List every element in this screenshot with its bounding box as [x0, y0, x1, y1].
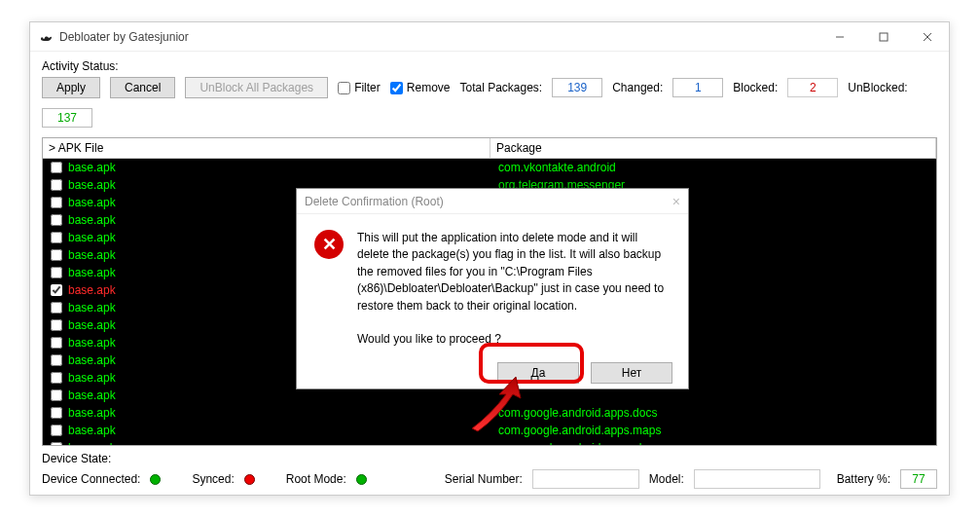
- dialog-titlebar: Delete Confirmation (Root) ×: [297, 189, 688, 214]
- synced-dot: [244, 474, 255, 485]
- row-checkbox[interactable]: [51, 302, 62, 314]
- package-cell: com.google.android.apps.docs: [498, 406, 657, 420]
- status-bar: Device State: Device Connected: Synced: …: [42, 452, 937, 489]
- apk-file-cell: base.apk: [68, 299, 116, 316]
- blocked-value: 2: [787, 78, 838, 97]
- battery-value: 77: [900, 469, 937, 489]
- package-cell: com.google.android.apps.maps: [498, 424, 661, 437]
- maximize-button[interactable]: [861, 22, 905, 52]
- table-row[interactable]: base.apkcom.google.android.apps.docs: [43, 404, 936, 422]
- row-checkbox[interactable]: [51, 389, 62, 401]
- blocked-label: Blocked:: [733, 81, 778, 94]
- unblocked-value: 137: [42, 108, 92, 128]
- table-row[interactable]: base.apkcom.google.android.apps.plus: [43, 439, 936, 445]
- model-label: Model:: [649, 472, 684, 486]
- remove-label: Remove: [407, 81, 451, 94]
- synced-label: Synced:: [192, 472, 234, 486]
- filter-label: Filter: [354, 81, 381, 94]
- row-checkbox[interactable]: [51, 284, 62, 296]
- dialog-title: Delete Confirmation (Root): [305, 195, 444, 208]
- row-checkbox[interactable]: [51, 179, 62, 191]
- dialog-close-icon[interactable]: ×: [672, 194, 680, 209]
- apk-file-cell: base.apk: [68, 281, 116, 299]
- activity-status-label: Activity Status:: [42, 59, 937, 73]
- dialog-no-button[interactable]: Нет: [591, 362, 672, 384]
- apk-file-cell: base.apk: [68, 264, 116, 281]
- device-connected-label: Device Connected:: [42, 472, 140, 486]
- apk-file-cell: base.apk: [68, 211, 116, 229]
- row-checkbox[interactable]: [51, 372, 62, 384]
- apk-file-cell: base.apk: [68, 404, 116, 422]
- total-packages-value: 139: [552, 78, 602, 97]
- row-checkbox[interactable]: [51, 319, 62, 331]
- app-icon: [38, 29, 54, 45]
- unblocked-label: UnBlocked:: [848, 81, 907, 94]
- filter-checkbox[interactable]: Filter: [338, 81, 381, 94]
- model-field: [694, 469, 820, 489]
- delete-confirmation-dialog: Delete Confirmation (Root) × ✕ This will…: [296, 188, 689, 389]
- table-header: > APK File Package: [43, 138, 936, 159]
- svg-rect-1: [880, 33, 888, 41]
- apk-file-cell: base.apk: [68, 159, 116, 176]
- device-state-label: Device State:: [42, 452, 937, 465]
- package-cell: com.google.android.apps.plus: [498, 441, 654, 445]
- changed-value: 1: [672, 78, 723, 97]
- root-mode-dot: [356, 474, 367, 485]
- apk-file-cell: base.apk: [68, 422, 116, 439]
- dialog-question: Would you like to proceed ?: [357, 331, 671, 348]
- apk-file-cell: base.apk: [68, 246, 116, 264]
- apk-file-cell: base.apk: [68, 334, 116, 352]
- row-checkbox[interactable]: [51, 214, 62, 226]
- battery-label: Battery %:: [837, 472, 890, 486]
- apk-file-cell: base.apk: [68, 387, 116, 404]
- apk-file-cell: base.apk: [68, 229, 116, 246]
- row-checkbox[interactable]: [51, 197, 62, 208]
- dialog-yes-button[interactable]: Да: [497, 362, 579, 384]
- window-title: Debloater by Gatesjunior: [59, 30, 817, 44]
- close-button[interactable]: [905, 22, 949, 52]
- column-apk-file[interactable]: > APK File: [43, 138, 490, 158]
- changed-label: Changed:: [612, 81, 663, 94]
- apk-file-cell: base.apk: [68, 352, 116, 369]
- unblock-all-button[interactable]: UnBlock All Packages: [185, 77, 328, 98]
- total-packages-label: Total Packages:: [459, 81, 542, 94]
- apk-file-cell: base.apk: [68, 194, 116, 211]
- serial-number-field: [532, 469, 639, 489]
- apply-button[interactable]: Apply: [42, 77, 100, 98]
- remove-checkbox[interactable]: Remove: [390, 81, 451, 94]
- error-icon: ✕: [314, 230, 344, 259]
- row-checkbox[interactable]: [51, 407, 62, 419]
- minimize-button[interactable]: [817, 22, 861, 52]
- row-checkbox[interactable]: [51, 232, 62, 243]
- table-row[interactable]: base.apkcom.google.android.apps.maps: [43, 422, 936, 439]
- table-row[interactable]: base.apkcom.vkontakte.android: [43, 159, 936, 176]
- dialog-body: This will put the application into delet…: [357, 230, 671, 314]
- root-mode-label: Root Mode:: [286, 472, 346, 486]
- serial-number-label: Serial Number:: [445, 472, 523, 486]
- apk-file-cell: base.apk: [68, 439, 116, 445]
- row-checkbox[interactable]: [51, 425, 62, 436]
- row-checkbox[interactable]: [51, 337, 62, 349]
- package-cell: com.vkontakte.android: [498, 161, 616, 174]
- column-package[interactable]: Package: [490, 138, 936, 158]
- row-checkbox[interactable]: [51, 267, 62, 278]
- remove-checkbox-input[interactable]: [390, 82, 403, 94]
- row-checkbox[interactable]: [51, 354, 62, 366]
- row-checkbox[interactable]: [51, 442, 62, 445]
- dialog-text: This will put the application into delet…: [357, 230, 671, 349]
- titlebar: Debloater by Gatesjunior: [30, 22, 949, 52]
- activity-status-group: Activity Status: Apply Cancel UnBlock Al…: [42, 59, 937, 128]
- apk-file-cell: base.apk: [68, 176, 116, 194]
- filter-checkbox-input[interactable]: [338, 82, 350, 94]
- device-connected-dot: [150, 474, 161, 485]
- row-checkbox[interactable]: [51, 249, 62, 261]
- row-checkbox[interactable]: [51, 162, 62, 173]
- apk-file-cell: base.apk: [68, 369, 116, 387]
- cancel-button[interactable]: Cancel: [110, 77, 175, 98]
- apk-file-cell: base.apk: [68, 316, 116, 334]
